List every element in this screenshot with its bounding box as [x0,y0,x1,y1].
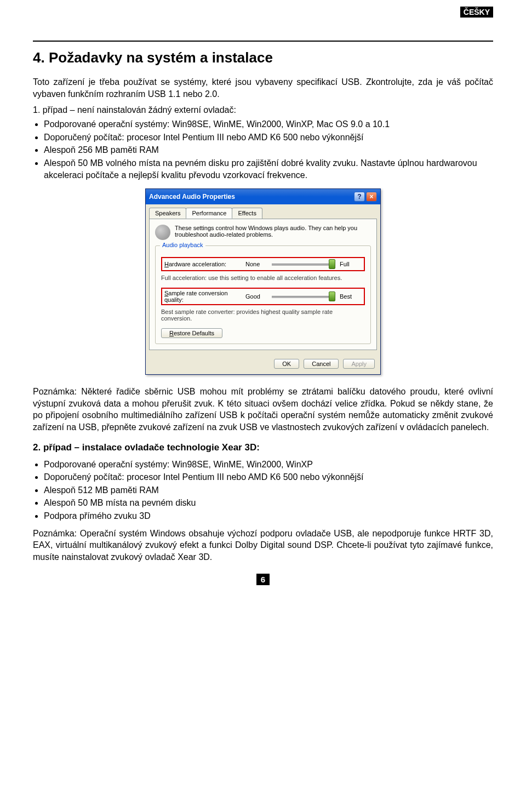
dialog-titlebar: Advanced Audio Properties ? × [146,189,380,204]
groupbox-legend: Audio playback [160,242,205,248]
sample-rate-label: Sample rate conversion quality: [164,290,241,303]
case2-title: 2. případ – instalace ovladače technolog… [33,442,493,453]
list-item: Podporované operační systémy: Win98SE, W… [44,459,493,471]
case1-list: Podporované operační systémy: Win98SE, W… [33,118,493,181]
sample-rate-row: Sample rate conversion quality: Good Bes… [161,288,365,305]
ok-button[interactable]: OK [274,359,299,369]
top-rule [33,41,493,42]
dialog-desc: These settings control how Windows plays… [175,225,371,238]
section-title: 4. Požadavky na systém a instalace [33,49,493,66]
slider-thumb[interactable] [329,291,335,301]
case2-list: Podporované operační systémy: Win98SE, W… [33,459,493,522]
cancel-button[interactable]: Cancel [304,359,339,369]
sample-rate-slider[interactable] [272,291,335,301]
speaker-icon [155,225,170,240]
list-item: Podpora přímého zvuku 3D [44,510,493,522]
list-item: Alespoň 512 MB paměti RAM [44,484,493,496]
tab-content: These settings control how Windows plays… [149,219,377,350]
slider-thumb[interactable] [329,259,335,269]
audio-playback-group: Audio playback Hardware acceleration: No… [155,245,371,344]
dialog-button-row: OK Cancel Apply [146,353,380,374]
help-icon[interactable]: ? [354,192,365,202]
close-icon[interactable]: × [366,192,377,202]
audio-properties-dialog: Advanced Audio Properties ? × Speakers P… [145,188,381,375]
sr-best-label: Best [340,293,362,300]
dialog-tabs: Speakers Performance Effects [146,204,380,219]
intro-paragraph: Toto zařízení je třeba používat se systé… [33,76,493,100]
hw-hint: Full acceleration: use this setting to e… [161,275,365,281]
dialog-title: Advanced Audio Properties [149,193,235,201]
lang-badge: ČEŠKY [460,7,493,18]
hw-accel-label: Hardware acceleration: [164,261,241,267]
hw-accel-slider[interactable] [272,259,335,269]
list-item: Alespoň 256 MB paměti RAM [44,144,493,156]
page-number: 6 [256,574,270,585]
tab-performance[interactable]: Performance [186,208,232,219]
note-1: Poznámka: Některé řadiče sběrnic USB moh… [33,386,493,433]
restore-defaults-button[interactable]: Restore Defaults [161,328,222,338]
hw-none-label: None [245,261,267,267]
tab-effects[interactable]: Effects [232,208,262,219]
sr-good-label: Good [245,293,267,300]
case1-title: 1. případ – není nainstalován žádný exte… [33,105,493,115]
list-item: Doporučený počítač: procesor Intel Penti… [44,471,493,483]
note-2: Poznámka: Operační systém Windows obsahu… [33,528,493,563]
list-item: Podporované operační systémy: Win98SE, W… [44,118,493,130]
hw-accel-row: Hardware acceleration: None Full [161,257,365,271]
sr-hint: Best sample rate converter: provides hig… [161,308,365,322]
list-item: Doporučený počítač: procesor Intel Penti… [44,131,493,144]
hw-full-label: Full [340,261,362,267]
list-item: Alespoň 50 MB volného místa na pevném di… [44,157,493,181]
apply-button[interactable]: Apply [343,359,375,369]
tab-speakers[interactable]: Speakers [149,208,186,219]
list-item: Alespoň 50 MB místa na pevném disku [44,497,493,509]
